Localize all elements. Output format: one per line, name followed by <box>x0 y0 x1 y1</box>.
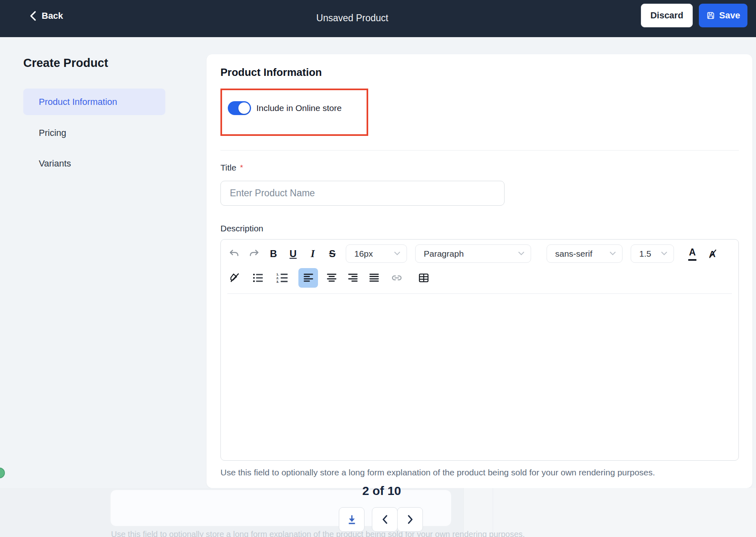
save-icon <box>706 11 715 20</box>
chevron-left-icon <box>29 11 37 21</box>
toggle-knob <box>238 102 250 114</box>
font-family-dropdown[interactable]: sans-serif <box>547 244 623 263</box>
sidebar-item-variants[interactable]: Variants <box>23 150 165 177</box>
chevron-down-icon <box>518 252 524 255</box>
product-title-input[interactable] <box>220 181 505 206</box>
underline-button[interactable]: U <box>286 246 300 262</box>
numbered-list-icon: 1. 2. 3. <box>276 272 289 284</box>
required-asterisk: * <box>240 163 243 171</box>
back-button[interactable]: Back <box>29 11 63 21</box>
sidebar-title: Create Product <box>23 56 108 70</box>
section-title: Product Information <box>220 66 739 79</box>
svg-text:2.: 2. <box>276 276 279 280</box>
description-editor-content[interactable] <box>221 294 738 460</box>
align-justify-icon <box>369 272 380 283</box>
link-button[interactable] <box>390 270 404 286</box>
toggle-label: Include in Online store <box>256 103 342 113</box>
clear-format-icon: A <box>706 248 718 260</box>
chevron-left-icon <box>381 514 389 525</box>
rich-text-editor: B U I S 16px <box>220 239 739 461</box>
align-left-button[interactable] <box>298 268 318 288</box>
description-label: Description <box>220 224 739 233</box>
screenshot-viewer: Back Unsaved Product Discard Save Create… <box>0 0 756 537</box>
sidebar-item-pricing[interactable]: Pricing <box>23 120 165 146</box>
next-image-button[interactable] <box>397 507 423 532</box>
redo-button[interactable] <box>247 246 261 262</box>
editor-toolbar-row-1: B U I S 16px <box>221 240 738 265</box>
product-form-card: Product Information Include in Online st… <box>207 54 752 488</box>
faded-helper-text: Use this field to optionally store a lon… <box>111 530 525 537</box>
align-center-button[interactable] <box>325 270 338 286</box>
download-button[interactable] <box>339 507 365 532</box>
workspace: Create Product Product Information Prici… <box>0 37 756 488</box>
clear-format-button[interactable]: A <box>705 246 719 262</box>
text-color-icon: A <box>689 247 696 261</box>
line-height-dropdown[interactable]: 1.5 <box>631 244 674 263</box>
bullet-list-button[interactable] <box>251 270 265 286</box>
link-icon <box>391 272 402 284</box>
bullet-list-icon <box>252 272 264 284</box>
svg-text:3.: 3. <box>276 280 279 284</box>
block-type-dropdown[interactable]: Paragraph <box>415 244 531 263</box>
include-online-store-toggle[interactable] <box>228 101 251 115</box>
align-justify-button[interactable] <box>367 270 381 286</box>
top-navbar: Back Unsaved Product Discard Save <box>0 0 756 37</box>
text-color-button[interactable]: A <box>685 246 699 262</box>
sidebar-item-product-information[interactable]: Product Information <box>23 89 165 115</box>
section-divider <box>220 150 739 151</box>
image-counter: 2 of 10 <box>362 484 401 498</box>
page-title: Unsaved Product <box>316 13 388 24</box>
chevron-down-icon <box>661 252 667 255</box>
download-icon <box>347 514 357 525</box>
undo-button[interactable] <box>227 246 241 262</box>
font-size-dropdown[interactable]: 16px <box>346 244 407 263</box>
table-button[interactable] <box>417 270 431 286</box>
chevron-down-icon <box>610 252 616 255</box>
no-highlight-button[interactable] <box>227 270 241 286</box>
chevron-right-icon <box>406 514 414 525</box>
no-highlight-icon <box>229 272 240 283</box>
italic-button[interactable]: I <box>306 246 320 262</box>
numbered-list-button[interactable]: 1. 2. 3. <box>276 270 289 286</box>
align-left-icon <box>303 272 314 283</box>
align-right-icon <box>347 272 358 283</box>
back-label: Back <box>42 11 63 21</box>
align-center-icon <box>326 272 337 283</box>
align-right-button[interactable] <box>346 270 360 286</box>
title-label: Title * <box>220 163 739 173</box>
bold-button[interactable]: B <box>267 246 280 262</box>
chevron-down-icon <box>394 252 400 255</box>
description-helper-text: Use this field to optionally store a lon… <box>220 468 739 477</box>
table-icon <box>418 272 429 284</box>
previous-image-button[interactable] <box>372 507 398 532</box>
annotation-highlight-box: Include in Online store <box>220 89 368 136</box>
editor-toolbar-row-2: 1. 2. 3. <box>221 265 738 291</box>
svg-text:1.: 1. <box>276 273 279 276</box>
strikethrough-button[interactable]: S <box>325 246 339 262</box>
save-button[interactable]: Save <box>699 4 747 27</box>
discard-button[interactable]: Discard <box>641 4 693 27</box>
